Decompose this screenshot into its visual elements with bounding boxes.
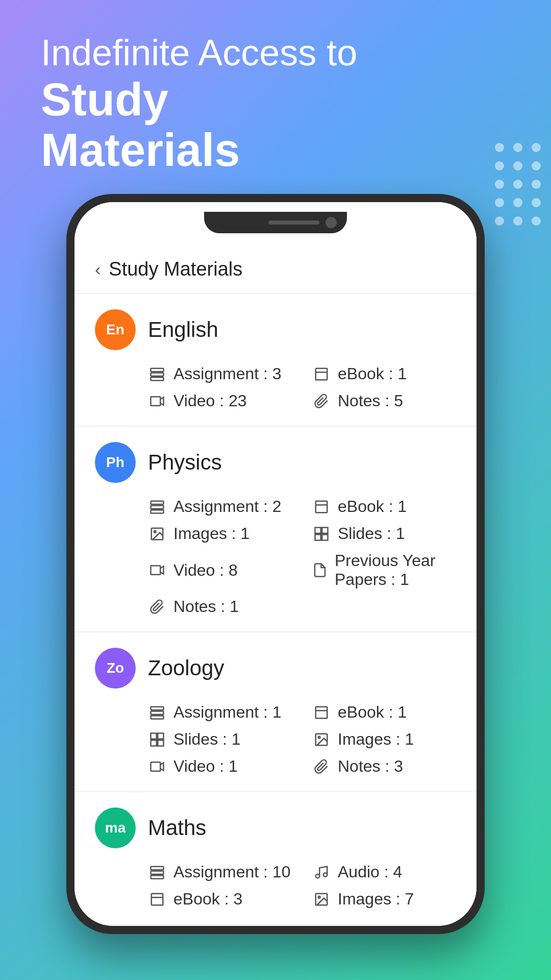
- svg-point-28: [318, 736, 320, 738]
- svg-rect-0: [151, 368, 164, 371]
- svg-rect-35: [152, 893, 163, 905]
- stat-item: Images : 1: [148, 524, 292, 543]
- subject-english-name: English: [148, 317, 218, 342]
- svg-rect-5: [151, 397, 161, 406]
- subject-maths-header: ma Maths: [95, 807, 456, 848]
- svg-rect-19: [151, 711, 164, 714]
- assignment-icon: [148, 365, 166, 383]
- stat-item: Assignment : 2: [148, 497, 292, 516]
- ebook-icon: [148, 890, 166, 909]
- svg-rect-16: [322, 534, 328, 540]
- subject-physics-name: Physics: [148, 450, 222, 475]
- ebook-icon: [312, 703, 331, 722]
- stat-label: Images : 1: [338, 730, 414, 749]
- stat-label: Previous Year Papers : 1: [335, 551, 456, 589]
- stat-item: Images : 1: [312, 730, 456, 749]
- svg-rect-23: [151, 733, 157, 739]
- svg-rect-31: [151, 871, 164, 874]
- video-icon: [148, 561, 166, 579]
- svg-rect-14: [322, 527, 328, 533]
- stat-item: Slides : 1: [148, 730, 292, 749]
- stat-label: Assignment : 1: [173, 703, 282, 722]
- svg-point-12: [154, 530, 156, 532]
- svg-rect-24: [158, 733, 163, 739]
- notes-icon: [312, 392, 331, 410]
- dots-decoration: [485, 133, 551, 236]
- stat-label: Audio : 4: [338, 863, 402, 881]
- subject-maths-name: Maths: [148, 816, 206, 840]
- slides-icon: [312, 525, 331, 543]
- ebook-icon: [312, 498, 331, 516]
- notch-line: [268, 220, 319, 225]
- stat-item: eBook : 1: [312, 364, 456, 383]
- subject-english[interactable]: En English Assignment : 3 eBook :: [74, 294, 477, 427]
- stat-item: eBook : 3: [148, 890, 292, 909]
- notes-icon: [312, 757, 331, 776]
- notch-circle: [325, 217, 337, 228]
- svg-rect-30: [151, 866, 164, 869]
- app-content[interactable]: ‹ Study Materials En English Assignment …: [74, 243, 477, 926]
- svg-point-38: [318, 896, 320, 898]
- video-icon: [148, 392, 166, 410]
- hero-text: Indefinite Access to StudyMaterials: [41, 31, 357, 176]
- stat-label: eBook : 3: [173, 890, 242, 909]
- subject-english-header: En English: [95, 309, 456, 350]
- back-button[interactable]: ‹: [95, 259, 101, 279]
- svg-rect-32: [151, 875, 164, 878]
- phone-inner: ‹ Study Materials En English Assignment …: [74, 202, 477, 926]
- assignment-icon: [148, 863, 166, 881]
- svg-rect-21: [316, 706, 328, 718]
- stat-item: Assignment : 1: [148, 703, 292, 722]
- svg-point-33: [316, 874, 320, 878]
- stat-item: Assignment : 3: [148, 364, 292, 383]
- stat-label: Video : 1: [173, 757, 238, 776]
- svg-rect-9: [316, 501, 328, 512]
- svg-rect-13: [315, 527, 321, 533]
- stat-label: Video : 23: [173, 391, 247, 410]
- stat-item: Notes : 5: [312, 391, 456, 410]
- svg-point-34: [323, 873, 328, 877]
- subject-zoology-name: Zoology: [148, 656, 224, 680]
- stat-label: Video : 8: [173, 561, 238, 580]
- stat-label: Notes : 5: [338, 391, 403, 410]
- subject-maths[interactable]: ma Maths Assignment : 10 Audio :: [74, 792, 477, 925]
- svg-rect-8: [151, 510, 164, 513]
- svg-rect-18: [151, 706, 164, 709]
- avatar-maths: ma: [95, 807, 136, 848]
- subject-zoology-stats: Assignment : 1 eBook : 1 Slides : 1: [95, 703, 456, 776]
- avatar-english: En: [95, 309, 136, 350]
- svg-rect-25: [151, 740, 157, 746]
- stat-label: Assignment : 10: [173, 863, 290, 881]
- assignment-icon: [148, 703, 166, 722]
- stat-label: Images : 7: [338, 890, 414, 909]
- svg-rect-7: [151, 505, 164, 508]
- page-title: Study Materials: [109, 258, 242, 280]
- subject-zoology[interactable]: Zo Zoology Assignment : 1 eBook :: [74, 632, 477, 792]
- stat-label: Slides : 1: [173, 730, 241, 749]
- svg-rect-1: [151, 373, 164, 376]
- subject-physics[interactable]: Ph Physics Assignment : 2 eBook :: [74, 427, 477, 632]
- stat-label: Slides : 1: [338, 524, 405, 543]
- stat-item: Notes : 1: [148, 597, 292, 616]
- avatar-zoology: Zo: [95, 648, 136, 689]
- stat-item: Video : 23: [148, 391, 292, 410]
- assignment-icon: [148, 498, 166, 516]
- svg-rect-3: [316, 368, 328, 380]
- stat-label: eBook : 1: [338, 364, 407, 383]
- stat-label: Images : 1: [173, 524, 249, 543]
- hero-line2: StudyMaterials: [41, 75, 357, 176]
- stat-item: Audio : 4: [312, 863, 456, 881]
- ebook-icon: [312, 365, 331, 383]
- stat-item: Images : 7: [312, 890, 456, 909]
- app-header: ‹ Study Materials: [74, 243, 477, 294]
- stat-label: Notes : 1: [173, 597, 239, 616]
- svg-rect-26: [158, 740, 163, 746]
- svg-rect-29: [151, 762, 161, 771]
- stat-item: Previous Year Papers : 1: [312, 551, 456, 589]
- stat-item: Assignment : 10: [148, 863, 292, 881]
- hero-line1: Indefinite Access to: [41, 31, 357, 75]
- stat-item: Video : 8: [148, 551, 292, 589]
- svg-rect-2: [151, 377, 164, 380]
- notch: [204, 212, 347, 233]
- stat-item: Video : 1: [148, 757, 292, 776]
